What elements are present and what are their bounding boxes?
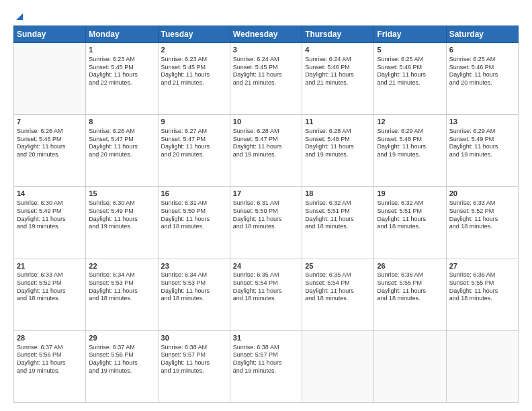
calendar-cell: 16Sunrise: 6:31 AM Sunset: 5:50 PM Dayli… — [158, 187, 230, 259]
day-number: 18 — [305, 189, 371, 199]
calendar-cell: 13Sunrise: 6:29 AM Sunset: 5:49 PM Dayli… — [446, 115, 518, 187]
day-info: Sunrise: 6:24 AM Sunset: 5:46 PM Dayligh… — [305, 56, 371, 87]
day-number: 28 — [17, 333, 83, 343]
day-number: 6 — [449, 45, 515, 55]
day-number: 10 — [233, 117, 299, 127]
calendar-cell: 12Sunrise: 6:29 AM Sunset: 5:48 PM Dayli… — [374, 115, 446, 187]
calendar-header-monday: Monday — [86, 26, 158, 43]
day-info: Sunrise: 6:30 AM Sunset: 5:49 PM Dayligh… — [89, 199, 154, 231]
calendar-cell: 17Sunrise: 6:31 AM Sunset: 5:50 PM Dayli… — [230, 187, 302, 259]
day-info: Sunrise: 6:26 AM Sunset: 5:47 PM Dayligh… — [89, 128, 154, 159]
calendar-cell — [446, 330, 518, 402]
calendar-cell: 7Sunrise: 6:26 AM Sunset: 5:46 PM Daylig… — [14, 115, 86, 187]
calendar-week-row: 7Sunrise: 6:26 AM Sunset: 5:46 PM Daylig… — [14, 115, 519, 187]
calendar-cell: 2Sunrise: 6:23 AM Sunset: 5:45 PM Daylig… — [158, 43, 230, 115]
day-info: Sunrise: 6:38 AM Sunset: 5:57 PM Dayligh… — [233, 344, 299, 375]
day-info: Sunrise: 6:25 AM Sunset: 5:46 PM Dayligh… — [449, 56, 515, 87]
day-number: 11 — [305, 117, 371, 127]
calendar-cell — [302, 330, 374, 402]
day-number: 26 — [377, 261, 443, 271]
day-number: 13 — [449, 117, 515, 127]
calendar-cell: 3Sunrise: 6:24 AM Sunset: 5:45 PM Daylig… — [230, 43, 302, 115]
day-info: Sunrise: 6:33 AM Sunset: 5:52 PM Dayligh… — [17, 271, 83, 303]
day-number: 15 — [89, 189, 154, 199]
calendar-cell: 11Sunrise: 6:28 AM Sunset: 5:48 PM Dayli… — [302, 115, 374, 187]
day-info: Sunrise: 6:24 AM Sunset: 5:45 PM Dayligh… — [233, 56, 299, 87]
svg-marker-0 — [16, 13, 23, 20]
calendar-cell: 6Sunrise: 6:25 AM Sunset: 5:46 PM Daylig… — [446, 43, 518, 115]
day-info: Sunrise: 6:32 AM Sunset: 5:51 PM Dayligh… — [305, 199, 371, 231]
logo — [13, 13, 24, 21]
day-info: Sunrise: 6:28 AM Sunset: 5:47 PM Dayligh… — [233, 128, 299, 159]
day-info: Sunrise: 6:36 AM Sunset: 5:55 PM Dayligh… — [377, 271, 443, 303]
calendar-cell: 30Sunrise: 6:38 AM Sunset: 5:57 PM Dayli… — [158, 330, 230, 402]
logo-triangle-icon — [15, 12, 24, 21]
calendar-header-wednesday: Wednesday — [230, 26, 302, 43]
day-info: Sunrise: 6:37 AM Sunset: 5:56 PM Dayligh… — [89, 344, 154, 375]
calendar-cell: 26Sunrise: 6:36 AM Sunset: 5:55 PM Dayli… — [374, 259, 446, 330]
calendar-cell: 28Sunrise: 6:37 AM Sunset: 5:56 PM Dayli… — [14, 330, 86, 402]
calendar-cell: 9Sunrise: 6:27 AM Sunset: 5:47 PM Daylig… — [158, 115, 230, 187]
day-number: 30 — [161, 333, 227, 343]
calendar-week-row: 21Sunrise: 6:33 AM Sunset: 5:52 PM Dayli… — [14, 259, 519, 330]
calendar-cell: 25Sunrise: 6:35 AM Sunset: 5:54 PM Dayli… — [302, 259, 374, 330]
day-number: 31 — [233, 333, 299, 343]
calendar-cell: 4Sunrise: 6:24 AM Sunset: 5:46 PM Daylig… — [302, 43, 374, 115]
day-info: Sunrise: 6:23 AM Sunset: 5:45 PM Dayligh… — [161, 56, 227, 87]
day-number: 5 — [377, 45, 443, 55]
day-number: 4 — [305, 45, 371, 55]
day-info: Sunrise: 6:25 AM Sunset: 5:46 PM Dayligh… — [377, 56, 443, 87]
calendar-cell: 18Sunrise: 6:32 AM Sunset: 5:51 PM Dayli… — [302, 187, 374, 259]
calendar-cell: 15Sunrise: 6:30 AM Sunset: 5:49 PM Dayli… — [86, 187, 158, 259]
day-number: 14 — [17, 189, 83, 199]
calendar-cell: 5Sunrise: 6:25 AM Sunset: 5:46 PM Daylig… — [374, 43, 446, 115]
day-number: 25 — [305, 261, 371, 271]
day-number: 9 — [161, 117, 227, 127]
day-info: Sunrise: 6:26 AM Sunset: 5:46 PM Dayligh… — [17, 128, 83, 159]
calendar-header-sunday: Sunday — [14, 26, 86, 43]
header — [13, 11, 519, 21]
calendar-cell: 23Sunrise: 6:34 AM Sunset: 5:53 PM Dayli… — [158, 259, 230, 330]
calendar-cell — [14, 43, 86, 115]
calendar-cell: 19Sunrise: 6:32 AM Sunset: 5:51 PM Dayli… — [374, 187, 446, 259]
calendar-header-friday: Friday — [374, 26, 446, 43]
calendar-cell — [374, 330, 446, 402]
calendar-cell: 10Sunrise: 6:28 AM Sunset: 5:47 PM Dayli… — [230, 115, 302, 187]
day-info: Sunrise: 6:37 AM Sunset: 5:56 PM Dayligh… — [17, 344, 83, 375]
day-number: 22 — [89, 261, 154, 271]
day-info: Sunrise: 6:31 AM Sunset: 5:50 PM Dayligh… — [233, 199, 299, 231]
calendar-cell: 27Sunrise: 6:36 AM Sunset: 5:55 PM Dayli… — [446, 259, 518, 330]
day-info: Sunrise: 6:32 AM Sunset: 5:51 PM Dayligh… — [377, 199, 443, 231]
day-info: Sunrise: 6:29 AM Sunset: 5:48 PM Dayligh… — [377, 128, 443, 159]
calendar-cell: 8Sunrise: 6:26 AM Sunset: 5:47 PM Daylig… — [86, 115, 158, 187]
calendar-cell: 1Sunrise: 6:23 AM Sunset: 5:45 PM Daylig… — [86, 43, 158, 115]
day-info: Sunrise: 6:35 AM Sunset: 5:54 PM Dayligh… — [233, 271, 299, 303]
day-number: 29 — [89, 333, 154, 343]
calendar-header-tuesday: Tuesday — [158, 26, 230, 43]
day-number: 17 — [233, 189, 299, 199]
calendar-week-row: 28Sunrise: 6:37 AM Sunset: 5:56 PM Dayli… — [14, 330, 519, 402]
calendar-cell: 22Sunrise: 6:34 AM Sunset: 5:53 PM Dayli… — [86, 259, 158, 330]
day-info: Sunrise: 6:30 AM Sunset: 5:49 PM Dayligh… — [17, 199, 83, 231]
calendar-week-row: 14Sunrise: 6:30 AM Sunset: 5:49 PM Dayli… — [14, 187, 519, 259]
day-info: Sunrise: 6:29 AM Sunset: 5:49 PM Dayligh… — [449, 128, 515, 159]
calendar-header-saturday: Saturday — [446, 26, 518, 43]
day-number: 27 — [449, 261, 515, 271]
day-info: Sunrise: 6:23 AM Sunset: 5:45 PM Dayligh… — [89, 56, 154, 87]
calendar-cell: 29Sunrise: 6:37 AM Sunset: 5:56 PM Dayli… — [86, 330, 158, 402]
day-info: Sunrise: 6:38 AM Sunset: 5:57 PM Dayligh… — [161, 344, 227, 375]
calendar-cell: 31Sunrise: 6:38 AM Sunset: 5:57 PM Dayli… — [230, 330, 302, 402]
day-number: 12 — [377, 117, 443, 127]
day-number: 3 — [233, 45, 299, 55]
day-info: Sunrise: 6:31 AM Sunset: 5:50 PM Dayligh… — [161, 199, 227, 231]
day-number: 19 — [377, 189, 443, 199]
calendar-week-row: 1Sunrise: 6:23 AM Sunset: 5:45 PM Daylig… — [14, 43, 519, 115]
calendar-header-row: SundayMondayTuesdayWednesdayThursdayFrid… — [14, 26, 519, 43]
day-number: 23 — [161, 261, 227, 271]
day-number: 20 — [449, 189, 515, 199]
day-number: 1 — [89, 45, 154, 55]
calendar-header-thursday: Thursday — [302, 26, 374, 43]
day-info: Sunrise: 6:27 AM Sunset: 5:47 PM Dayligh… — [161, 128, 227, 159]
day-info: Sunrise: 6:34 AM Sunset: 5:53 PM Dayligh… — [161, 271, 227, 303]
day-number: 24 — [233, 261, 299, 271]
